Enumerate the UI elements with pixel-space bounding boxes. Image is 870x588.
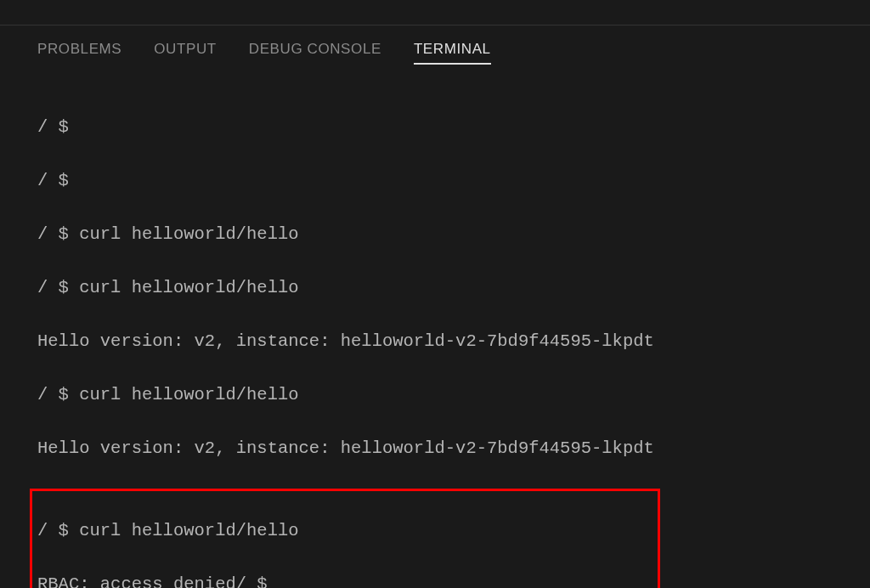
terminal-line: / $ curl helloworld/hello bbox=[37, 274, 870, 302]
highlight-box-red: / $ curl helloworld/hello RBAC: access d… bbox=[30, 489, 660, 589]
terminal-line: / $ curl helloworld/hello bbox=[37, 382, 870, 409]
terminal-line: Hello version: v2, instance: helloworld-… bbox=[37, 435, 870, 462]
tab-debug-console[interactable]: DEBUG CONSOLE bbox=[249, 41, 381, 65]
panel-tabs: PROBLEMS OUTPUT DEBUG CONSOLE TERMINAL bbox=[0, 25, 870, 65]
terminal-line: RBAC: access denied/ $ bbox=[37, 571, 652, 588]
terminal-line: / $ bbox=[37, 167, 870, 195]
terminal-line: / $ bbox=[37, 114, 870, 141]
top-divider bbox=[0, 0, 870, 25]
tab-output[interactable]: OUTPUT bbox=[154, 41, 216, 65]
tab-terminal[interactable]: TERMINAL bbox=[414, 41, 491, 65]
terminal-line: / $ curl helloworld/hello bbox=[37, 221, 870, 248]
terminal-output[interactable]: / $ / $ / $ curl helloworld/hello / $ cu… bbox=[0, 65, 870, 588]
terminal-line: / $ curl helloworld/hello bbox=[37, 517, 652, 545]
terminal-line: Hello version: v2, instance: helloworld-… bbox=[37, 328, 870, 355]
tab-problems[interactable]: PROBLEMS bbox=[37, 41, 121, 65]
